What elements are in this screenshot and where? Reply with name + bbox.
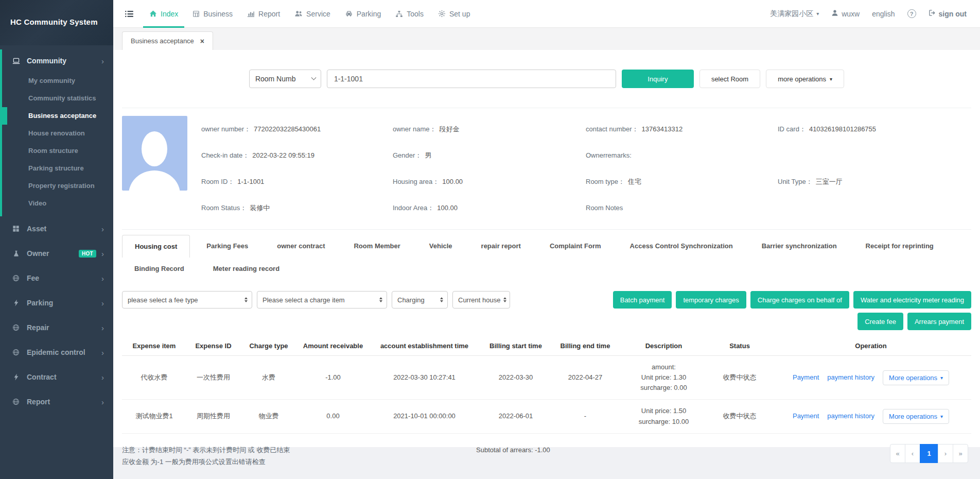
sidebar-item-epidemic-control[interactable]: Epidemic control › [0, 340, 113, 365]
bar-chart-icon [247, 10, 255, 18]
tab-repair-report[interactable]: repair report [469, 235, 533, 258]
water-electricity-meter-button[interactable]: Water and electricity meter reading [853, 291, 971, 309]
field-check-in-date: Check-in date：2022-03-22 09:55:19 [201, 151, 393, 160]
globe-icon [11, 324, 21, 331]
bolt-icon [11, 373, 21, 381]
current-house-select[interactable]: Current house [452, 291, 510, 309]
sidebar-group-community: Community › My community Community stati… [0, 49, 113, 216]
nav-item-tools[interactable]: Tools [395, 0, 424, 28]
room-number-input[interactable] [327, 70, 616, 88]
caret-down-icon: ▾ [830, 76, 832, 82]
nav-item-report[interactable]: Report [247, 0, 280, 28]
close-icon[interactable]: × [200, 37, 204, 45]
inquiry-button[interactable]: Inquiry [622, 70, 694, 88]
caret-down-icon: ▾ [816, 11, 819, 16]
tab-owner-contract[interactable]: owner contract [265, 235, 337, 258]
chevron-right-icon: › [101, 299, 104, 307]
detail-tabs: Housing cost Parking Fees owner contract… [122, 235, 971, 280]
fee-table-header-row: Expense item Expense ID Charge type Amou… [122, 336, 971, 356]
payment-link[interactable]: Payment [793, 411, 819, 421]
tab-complaint-form[interactable]: Complaint Form [537, 235, 614, 258]
sign-out-icon [929, 9, 936, 18]
page-first-button[interactable]: « [890, 444, 905, 463]
sign-out-button[interactable]: sign out [929, 9, 967, 18]
sidebar-item-property-registration[interactable]: Property registration [2, 177, 113, 195]
sidebar-item-contract[interactable]: Contract › [0, 365, 113, 389]
tab-barrier-sync[interactable]: Barrier synchronization [749, 235, 849, 258]
sidebar-item-community-statistics[interactable]: Community statistics [2, 90, 113, 107]
batch-payment-button[interactable]: Batch payment [613, 291, 672, 309]
tab-receipt-reprinting[interactable]: Receipt for reprinting [853, 235, 946, 258]
current-user[interactable]: wuxw [831, 9, 860, 18]
more-operations-row-button[interactable]: More operations ▾ [883, 370, 949, 385]
sidebar-item-parking-structure[interactable]: Parking structure [2, 160, 113, 177]
nav-item-business[interactable]: Business [192, 0, 233, 28]
sidebar-item-parking[interactable]: Parking › [0, 290, 113, 315]
sidebar-item-repair[interactable]: Repair › [0, 315, 113, 340]
sidebar-item-fee[interactable]: Fee › [0, 266, 113, 290]
sidebar-item-video[interactable]: Video [2, 195, 113, 212]
sidebar-item-room-structure[interactable]: Room structure [2, 142, 113, 160]
main-area: Index Business Report Service Parking [113, 0, 980, 479]
arrears-payment-button[interactable]: Arrears payment [907, 313, 971, 330]
home-icon [149, 10, 157, 18]
status-badge: 收费中状态 [709, 356, 771, 400]
charging-status-select[interactable]: Charging [392, 291, 448, 309]
sidebar-item-house-renovation[interactable]: House renovation [2, 125, 113, 142]
tab-housing-cost[interactable]: Housing cost [122, 235, 190, 258]
create-fee-button[interactable]: Create fee [857, 313, 903, 330]
sidebar-item-business-acceptance[interactable]: Business acceptance [2, 107, 113, 125]
navbar-right: 美满家园小区 ▾ wuxw english ? sign out [770, 9, 967, 19]
sidebar-item-community[interactable]: Community › [2, 49, 113, 72]
tab-room-member[interactable]: Room Member [341, 235, 412, 258]
community-selector[interactable]: 美满家园小区 ▾ [770, 9, 819, 19]
page-last-button[interactable]: » [953, 444, 968, 463]
menu-toggle-icon[interactable] [125, 9, 134, 19]
billing-notes: 注意：计费结束时间 “-” 表示未到计费时间 或 收费已结束 应收金额 为-1 … [122, 444, 451, 468]
payment-history-link[interactable]: payment history [827, 411, 874, 421]
sidebar-item-asset[interactable]: Asset › [0, 216, 113, 241]
nav-item-parking[interactable]: Parking [345, 0, 381, 28]
search-type-select[interactable]: Room Numb [249, 70, 321, 88]
more-operations-button[interactable]: more operations ▾ [766, 70, 844, 88]
nav-item-index[interactable]: Index [149, 0, 178, 28]
charge-on-behalf-button[interactable]: Charge charges on behalf of [750, 291, 849, 309]
sidebar-menu: Community › My community Community stati… [0, 45, 113, 414]
room-search-bar: Room Numb Inquiry select Room more opera… [122, 70, 971, 88]
chevron-right-icon: › [101, 348, 104, 357]
select-room-button[interactable]: select Room [699, 70, 760, 88]
detail-tabs-row1: Housing cost Parking Fees owner contract… [122, 235, 971, 258]
car-icon [345, 10, 353, 18]
col-operation: Operation [771, 336, 971, 356]
sidebar-item-my-community[interactable]: My community [2, 72, 113, 90]
tab-meter-reading-record[interactable]: Meter reading record [201, 258, 292, 280]
col-description: Description [619, 336, 709, 356]
page-next-button[interactable]: › [938, 444, 953, 463]
field-id-card: ID card：410326198101286755 [778, 125, 971, 134]
tab-binding-record[interactable]: Binding Record [122, 258, 197, 280]
tab-business-acceptance[interactable]: Business acceptance × [122, 31, 213, 50]
sidebar-header: HC Community System [0, 0, 113, 45]
payment-link[interactable]: Payment [793, 372, 819, 383]
tab-parking-fees[interactable]: Parking Fees [194, 235, 260, 258]
nav-item-set-up[interactable]: Set up [438, 0, 470, 28]
page-1-button[interactable]: 1 [920, 444, 938, 463]
owner-fields-grid: owner number：772022032285430061 owner na… [201, 116, 971, 221]
sidebar-item-owner[interactable]: Owner HOT › [0, 241, 113, 266]
field-owner-number: owner number：772022032285430061 [201, 125, 393, 134]
question-circle-icon[interactable]: ? [907, 9, 916, 18]
sidebar-item-label: Community [27, 57, 66, 65]
page-prev-button[interactable]: ‹ [905, 444, 920, 463]
payment-history-link[interactable]: payment history [827, 372, 874, 383]
charge-item-select[interactable]: Please select a charge item [257, 291, 387, 309]
nav-item-service[interactable]: Service [294, 0, 330, 28]
updown-arrows-icon [379, 297, 382, 302]
fee-type-select[interactable]: please select a fee type [122, 291, 252, 309]
language-switch[interactable]: english [872, 10, 895, 18]
sidebar-item-report[interactable]: Report › [0, 389, 113, 414]
field-housing-area: Housing area：100.00 [393, 177, 586, 186]
temporary-charges-button[interactable]: temporary charges [676, 291, 746, 309]
tab-access-control-sync[interactable]: Access Control Synchronization [618, 235, 745, 258]
more-operations-row-button[interactable]: More operations ▾ [883, 409, 949, 424]
tab-vehicle[interactable]: Vehicle [417, 235, 465, 258]
